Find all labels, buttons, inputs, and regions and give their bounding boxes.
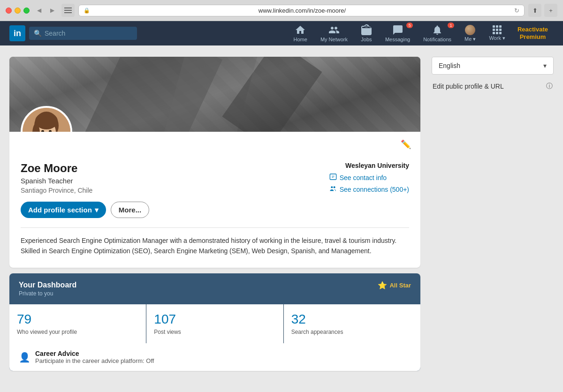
banner-shapes	[9, 57, 420, 132]
career-advice-title: Career Advice	[35, 350, 154, 357]
browser-actions: ⬆ +	[528, 4, 557, 17]
dashboard-title: Your Dashboard	[19, 281, 76, 289]
profile-card: ✏️ Zoe Moore Spanish Teacher Santiago Pr…	[9, 57, 420, 268]
add-section-label: Add profile section	[28, 206, 92, 214]
nav-me-label: Me ▾	[464, 36, 476, 42]
browser-nav: ◀ ▶	[33, 5, 58, 16]
profile-summary: Experienced Search Engine Optimization M…	[21, 235, 409, 256]
lock-icon: 🔒	[84, 8, 90, 14]
dashboard-stats: 79 Who viewed your profile 107 Post view…	[9, 304, 420, 344]
nav-home[interactable]: Home	[287, 21, 314, 46]
nav-messaging-label: Messaging	[385, 37, 410, 42]
svg-rect-13	[330, 174, 336, 180]
stat-profile-views-label: Who viewed your profile	[17, 329, 138, 336]
search-input[interactable]	[45, 30, 132, 37]
nav-network-label: My Network	[320, 37, 348, 42]
sidebar-toggle[interactable]	[61, 4, 75, 17]
nav-work[interactable]: Work ▾	[482, 22, 512, 45]
main-content: ✏️ Zoe Moore Spanish Teacher Santiago Pr…	[0, 45, 563, 382]
language-label: English	[439, 62, 460, 69]
dashboard-title-group: Your Dashboard Private to you	[19, 281, 76, 297]
allstar-label: All Star	[389, 282, 411, 289]
see-connections-label: See connections (500+)	[340, 186, 409, 193]
search-box[interactable]: 🔍	[29, 27, 137, 40]
career-text-group: Career Advice Participate in the career …	[35, 350, 154, 364]
reactivate-premium-button[interactable]: Reactivate Premium	[512, 26, 554, 40]
see-contact-label: See contact info	[340, 174, 387, 181]
add-profile-section-button[interactable]: Add profile section ▾	[21, 202, 106, 218]
svg-rect-2	[64, 12, 72, 13]
stat-post-views-label: Post views	[154, 329, 275, 336]
nav-messaging[interactable]: 5 Messaging	[379, 21, 417, 46]
right-column: English ▾ Edit public profile & URL ⓘ	[432, 57, 554, 371]
nav-notifications[interactable]: 1 Notifications	[417, 21, 458, 46]
nav-avatar	[465, 25, 475, 35]
allstar-badge: ⭐ All Star	[378, 281, 411, 290]
nav-notifications-label: Notifications	[423, 37, 451, 42]
search-icon: 🔍	[34, 30, 42, 37]
profile-university: Wesleyan University	[329, 162, 409, 169]
dropdown-arrow-icon: ▾	[95, 206, 99, 214]
title-bar: ◀ ▶ 🔒 www.linkedin.com/in/zoe-moore/ ↻ ⬆…	[0, 0, 563, 21]
url-text: www.linkedin.com/in/zoe-moore/	[93, 7, 511, 14]
browser-chrome: ◀ ▶ 🔒 www.linkedin.com/in/zoe-moore/ ↻ ⬆…	[0, 0, 563, 21]
svg-rect-0	[64, 8, 72, 8]
svg-point-15	[333, 186, 335, 188]
see-connections-link[interactable]: See connections (500+)	[329, 185, 409, 194]
maximize-button[interactable]	[23, 8, 30, 14]
share-button[interactable]: ⬆	[528, 4, 541, 17]
nav-jobs-label: Jobs	[361, 37, 372, 42]
career-advice-section[interactable]: 👤 Career Advice Participate in the caree…	[9, 343, 420, 371]
left-column: ✏️ Zoe Moore Spanish Teacher Santiago Pr…	[9, 57, 420, 371]
public-profile-url-link[interactable]: Edit public profile & URL ⓘ	[432, 80, 554, 92]
notifications-badge: 1	[448, 23, 454, 28]
career-advice-icon: 👤	[19, 352, 30, 363]
public-profile-label: Edit public profile & URL	[433, 83, 504, 90]
contact-icon	[329, 173, 337, 182]
dashboard-subtitle: Private to you	[19, 290, 76, 297]
nav-me[interactable]: Me ▾	[458, 21, 482, 46]
profile-location: Santiago Province, Chile	[21, 187, 92, 194]
stat-post-views-number: 107	[154, 312, 275, 327]
stat-profile-views[interactable]: 79 Who viewed your profile	[9, 304, 146, 344]
edit-profile-button[interactable]: ✏️	[401, 139, 411, 150]
bookmark-button[interactable]: +	[544, 4, 557, 17]
stat-post-views[interactable]: 107 Post views	[146, 304, 283, 344]
profile-banner	[9, 57, 420, 132]
svg-point-14	[331, 186, 333, 188]
traffic-lights	[6, 8, 30, 14]
reload-icon[interactable]: ↻	[514, 7, 519, 14]
nav-network[interactable]: My Network	[314, 21, 354, 46]
svg-rect-1	[64, 10, 72, 11]
profile-body: ✏️ Zoe Moore Spanish Teacher Santiago Pr…	[9, 132, 420, 268]
see-contact-link[interactable]: See contact info	[329, 173, 409, 182]
stat-search-appearances[interactable]: 32 Search appearances	[284, 304, 420, 344]
language-selector[interactable]: English ▾	[432, 57, 554, 75]
back-button[interactable]: ◀	[33, 5, 45, 16]
more-label: More...	[119, 206, 141, 214]
messaging-badge: 5	[406, 23, 413, 28]
close-button[interactable]	[6, 8, 12, 14]
stat-search-appearances-label: Search appearances	[291, 329, 413, 336]
address-bar[interactable]: 🔒 www.linkedin.com/in/zoe-moore/ ↻	[78, 5, 525, 16]
minimize-button[interactable]	[15, 8, 21, 14]
chevron-down-icon: ▾	[543, 62, 547, 69]
linkedin-logo[interactable]: in	[9, 25, 25, 41]
profile-title: Spanish Teacher	[21, 177, 92, 185]
more-button[interactable]: More...	[111, 202, 149, 218]
profile-name: Zoe Moore	[21, 162, 92, 175]
linkedin-navbar: in 🔍 Home My Network Jobs 5 Messaging 1 …	[0, 21, 563, 45]
profile-actions: Add profile section ▾ More...	[21, 202, 409, 218]
profile-left-info: Zoe Moore Spanish Teacher Santiago Provi…	[21, 162, 92, 202]
stat-search-appearances-number: 32	[291, 312, 413, 327]
connections-icon	[329, 185, 337, 194]
dashboard-header: Your Dashboard Private to you ⭐ All Star	[9, 273, 420, 299]
star-icon: ⭐	[378, 281, 387, 290]
forward-button[interactable]: ▶	[46, 5, 58, 16]
nav-work-label: Work ▾	[489, 35, 505, 41]
nav-jobs[interactable]: Jobs	[354, 21, 379, 46]
nav-home-label: Home	[294, 37, 307, 42]
profile-info-row: Zoe Moore Spanish Teacher Santiago Provi…	[21, 162, 409, 202]
career-advice-subtitle: Participate in the career advice platfor…	[35, 357, 154, 364]
info-icon: ⓘ	[546, 82, 553, 90]
